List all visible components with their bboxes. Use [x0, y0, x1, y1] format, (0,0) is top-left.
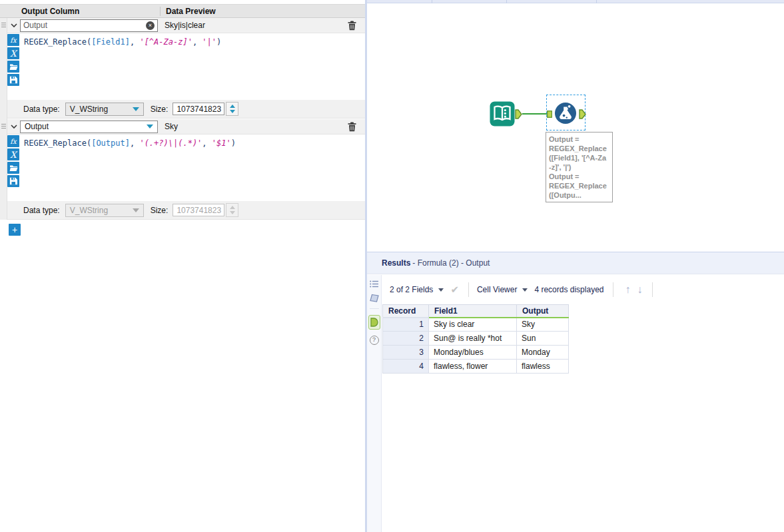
row-gutter — [0, 18, 7, 220]
strip-divider — [370, 308, 379, 309]
output-column-input[interactable]: Output × — [20, 19, 158, 32]
column-header-output[interactable]: Output — [517, 305, 569, 318]
record-cell[interactable]: 4 — [383, 360, 429, 374]
drag-handle-icon[interactable] — [1, 23, 6, 28]
drag-handle-icon[interactable] — [1, 124, 6, 129]
table-row: 1Sky is clearSky — [383, 318, 569, 332]
size-input-disabled: 1073741823 — [173, 204, 224, 216]
data-cell[interactable]: flawless, flower — [429, 360, 517, 374]
input-anchor-icon[interactable] — [547, 111, 552, 118]
open-folder-icon[interactable] — [7, 162, 19, 174]
expression-editor-area: fx X REGEX_Replace([Output], '(.+?)\|(.*… — [7, 134, 365, 201]
apply-check-icon: ✔ — [450, 284, 459, 296]
output-column-select[interactable]: Output — [20, 121, 158, 133]
scroll-up-icon[interactable]: ↑ — [621, 284, 633, 296]
workspace: Output =REGEX_Replace([Field1], '[^A-Za-… — [367, 0, 784, 532]
data-cell[interactable]: Monday/blues — [429, 346, 517, 360]
code-segment: , — [193, 37, 202, 47]
chevron-down-icon — [133, 208, 139, 212]
expression-row-header: Output Sky — [7, 119, 365, 134]
output-anchor-icon[interactable] — [579, 109, 586, 119]
save-icon[interactable] — [7, 74, 19, 86]
chevron-down-icon — [147, 125, 153, 129]
save-icon[interactable] — [7, 175, 19, 187]
code-segment: REGEX_Replace( — [24, 138, 91, 148]
collapse-chevron-icon[interactable] — [7, 18, 20, 33]
collapse-chevron-icon[interactable] — [7, 119, 20, 134]
data-type-value: V_WString — [70, 105, 108, 114]
delete-expression-button[interactable] — [348, 122, 362, 132]
code-segment: , — [202, 138, 211, 148]
toolbar-divider — [652, 282, 653, 297]
step-up-icon[interactable] — [230, 105, 235, 108]
results-title: Results — [382, 258, 410, 268]
column-header-field1[interactable]: Field1 — [429, 305, 517, 318]
size-label: Size: — [151, 105, 169, 114]
workflow-canvas[interactable]: Output =REGEX_Replace([Field1], '[^A-Za-… — [367, 4, 784, 252]
records-displayed-label: 4 records displayed — [534, 285, 603, 294]
data-cell[interactable]: Monday — [517, 346, 569, 360]
code-segment: [Output] — [91, 138, 130, 148]
size-stepper-disabled — [226, 203, 238, 217]
code-segment: REGEX_Replace( — [24, 37, 91, 47]
code-segment: [Field1] — [91, 37, 130, 47]
results-table-body: 1Sky is clearSky2Sun@ is really *hotSun3… — [383, 318, 569, 374]
table-row: 2Sun@ is really *hotSun — [383, 332, 569, 346]
data-cell[interactable]: Sun@ is really *hot — [429, 332, 517, 346]
clipped-toolbar-strip — [367, 0, 784, 3]
metadata-list-icon[interactable] — [370, 280, 379, 288]
output-anchor-selected[interactable] — [368, 315, 380, 330]
scroll-down-icon[interactable]: ↓ — [633, 284, 645, 296]
data-cell[interactable]: flawless — [517, 360, 569, 374]
open-folder-icon[interactable] — [7, 61, 19, 73]
clear-icon[interactable]: × — [146, 21, 155, 30]
output-column-value: Output — [23, 21, 47, 30]
chevron-down-icon[interactable] — [438, 288, 444, 292]
code-segment: '$1' — [212, 138, 231, 148]
data-type-label: Data type: — [23, 206, 60, 215]
results-toolbar: 2 of 2 Fields ✔ Cell Viewer 4 records di… — [382, 275, 784, 304]
delete-expression-button[interactable] — [348, 21, 362, 31]
data-cell[interactable]: Sun — [517, 332, 569, 346]
results-side-strip: ? — [367, 275, 382, 532]
step-down-icon[interactable] — [230, 110, 235, 113]
code-segment: '[^A-Za-z]' — [139, 37, 192, 47]
variables-icon[interactable]: X — [7, 148, 19, 160]
column-header-record[interactable]: Record — [383, 305, 429, 318]
text-input-tool[interactable] — [490, 101, 515, 127]
connection-line[interactable] — [522, 113, 547, 115]
data-type-label: Data type: — [23, 105, 60, 114]
cell-viewer-dropdown[interactable]: Cell Viewer — [477, 285, 517, 294]
expression-editor[interactable]: REGEX_Replace([Field1], '[^A-Za-z]', '|'… — [21, 33, 365, 100]
functions-icon[interactable]: fx — [7, 135, 19, 147]
variables-icon[interactable]: X — [7, 47, 19, 59]
code-segment: ) — [216, 37, 221, 47]
formula-tool[interactable] — [554, 102, 577, 125]
fields-dropdown[interactable]: 2 of 2 Fields — [390, 285, 433, 294]
data-cell[interactable]: Sky is clear — [429, 318, 517, 332]
record-cell[interactable]: 3 — [383, 346, 429, 360]
functions-icon[interactable]: fx — [7, 34, 19, 46]
size-stepper[interactable] — [226, 102, 238, 116]
expression-row-header: Output × Sky|is|clear — [7, 18, 365, 33]
data-type-select[interactable]: V_WString — [65, 103, 144, 116]
editor-toolbar: fx X — [7, 33, 21, 100]
formula-config-panel: Output Column Data Preview Output × Sky|… — [0, 0, 365, 532]
data-preview-header: Data Preview — [160, 7, 365, 16]
output-anchor-icon[interactable] — [515, 109, 522, 119]
config-column-headers: Output Column Data Preview — [0, 4, 365, 18]
tool-annotation[interactable]: Output =REGEX_Replace([Field1], '[^A-Za-… — [546, 132, 613, 202]
data-preview-value: Sky|is|clear — [158, 21, 348, 30]
results-table-head-row: RecordField1Output — [383, 305, 569, 318]
chevron-down-icon — [133, 107, 139, 111]
record-cell[interactable]: 1 — [383, 318, 429, 332]
size-input[interactable]: 1073741823 — [173, 103, 224, 115]
size-label: Size: — [151, 206, 169, 215]
record-cell[interactable]: 2 — [383, 332, 429, 346]
chevron-down-icon[interactable] — [522, 288, 528, 292]
expression-editor[interactable]: REGEX_Replace([Output], '(.+?)\|(.*)', '… — [21, 134, 365, 201]
help-icon[interactable]: ? — [370, 336, 379, 345]
add-expression-button[interactable]: + — [9, 224, 21, 236]
data-cell[interactable]: Sky — [517, 318, 569, 332]
profile-pane-icon[interactable] — [370, 294, 379, 302]
